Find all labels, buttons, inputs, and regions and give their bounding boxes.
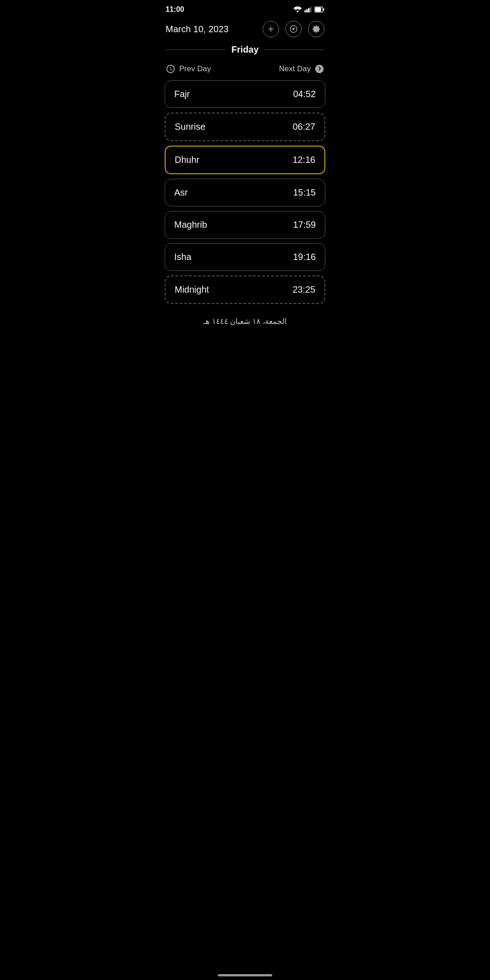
add-icon (267, 25, 275, 33)
prayer-time-maghrib: 17:59 (293, 220, 316, 230)
battery-icon (314, 6, 324, 13)
day-title-row: Friday (157, 42, 333, 61)
svg-rect-6 (315, 7, 321, 11)
hijri-date: الجمعة، ١٨ شعبان ١٤٤٤ هـ (157, 309, 333, 331)
svg-rect-5 (323, 8, 324, 10)
prayer-card-dhuhr[interactable]: Dhuhr12:16 (165, 146, 325, 174)
prayer-card-fajr[interactable]: Fajr04:52 (165, 80, 325, 108)
prayer-time-sunrise: 06:27 (293, 122, 315, 132)
svg-rect-0 (304, 10, 306, 13)
add-button[interactable] (263, 21, 279, 37)
prayer-name-fajr: Fajr (174, 89, 190, 99)
nav-row: Prev Day Next Day (157, 61, 333, 80)
prayer-card-isha[interactable]: Isha19:16 (165, 243, 325, 271)
day-title: Friday (231, 44, 259, 55)
header-actions (263, 21, 324, 37)
prayer-name-isha: Isha (174, 252, 191, 262)
status-time: 11:00 (166, 5, 184, 14)
prayer-name-dhuhr: Dhuhr (175, 155, 199, 165)
settings-button[interactable] (308, 21, 324, 37)
prayer-card-sunrise[interactable]: Sunrise06:27 (165, 113, 325, 141)
prayer-name-sunrise: Sunrise (175, 122, 206, 132)
svg-rect-3 (310, 7, 311, 12)
header: March 10, 2023 (157, 17, 333, 42)
prayer-name-midnight: Midnight (175, 284, 209, 295)
status-bar: 11:00 (157, 0, 333, 17)
prayer-time-fajr: 04:52 (293, 89, 316, 99)
settings-icon (312, 25, 320, 33)
prayer-card-maghrib[interactable]: Maghrib17:59 (165, 211, 325, 239)
next-day-icon (314, 64, 324, 74)
prev-day-icon (166, 64, 176, 74)
wifi-icon (294, 6, 302, 13)
svg-rect-1 (306, 9, 308, 12)
prev-day-label: Prev Day (179, 64, 211, 74)
prayer-time-isha: 19:16 (293, 252, 316, 262)
prayer-card-midnight[interactable]: Midnight23:25 (165, 275, 325, 304)
prayer-card-asr[interactable]: Asr15:15 (165, 179, 325, 206)
next-day-label: Next Day (279, 64, 311, 74)
day-title-line-left (166, 49, 226, 50)
prev-day-button[interactable]: Prev Day (166, 64, 211, 74)
prayer-time-asr: 15:15 (293, 187, 316, 198)
prayer-time-dhuhr: 12:16 (293, 155, 315, 165)
prayer-name-asr: Asr (174, 187, 188, 198)
prayer-list: Fajr04:52Sunrise06:27Dhuhr12:16Asr15:15M… (157, 80, 333, 309)
next-day-button[interactable]: Next Day (279, 64, 324, 74)
status-icons (294, 6, 324, 13)
prayer-time-midnight: 23:25 (293, 284, 315, 295)
compass-button[interactable] (285, 21, 302, 37)
day-title-line-right (264, 49, 324, 50)
signal-icon (304, 6, 312, 13)
prayer-name-maghrib: Maghrib (174, 220, 207, 230)
compass-icon (289, 25, 298, 33)
header-date: March 10, 2023 (166, 24, 229, 34)
svg-rect-2 (308, 8, 309, 13)
